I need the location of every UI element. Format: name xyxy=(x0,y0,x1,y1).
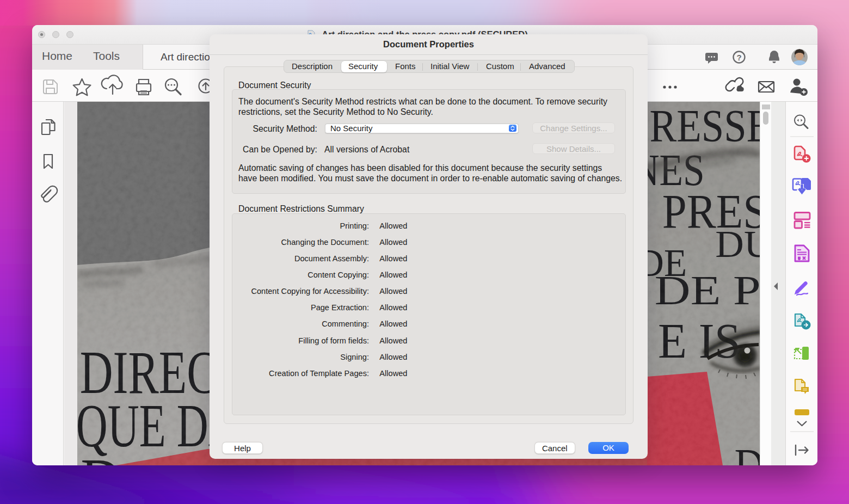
svg-text:?: ? xyxy=(736,53,741,62)
